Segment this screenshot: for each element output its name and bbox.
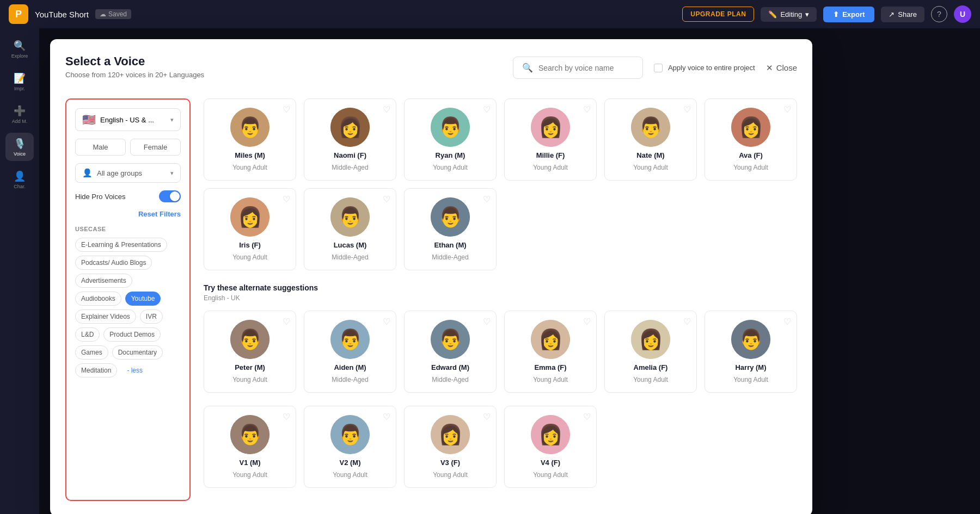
tag-product-demos[interactable]: Product Demos	[103, 327, 161, 342]
reset-filters-button[interactable]: Reset Filters	[75, 210, 181, 218]
voice-card-v2--m-[interactable]: ♡ 👨 V2 (M) Young Adult	[304, 406, 396, 488]
voice-card-v3--f-[interactable]: ♡ 👩 V3 (F) Young Adult	[404, 406, 497, 488]
tag---less[interactable]: - less	[121, 363, 149, 377]
heart-button[interactable]: ♡	[483, 317, 491, 327]
heart-button[interactable]: ♡	[383, 194, 390, 205]
flag-icon: 🇺🇸	[82, 113, 96, 126]
avatar-circle: 👨	[631, 108, 670, 147]
voice-age: Young Adult	[533, 471, 568, 479]
heart-button[interactable]: ♡	[483, 412, 491, 422]
tag-documentary[interactable]: Documentary	[112, 345, 163, 360]
voice-age: Young Adult	[433, 471, 468, 479]
sidebar-add-label: Add M.	[12, 119, 28, 124]
heart-button[interactable]: ♡	[383, 412, 390, 422]
voice-card-miles--m-[interactable]: ♡ 👨 Miles (M) Young Adult	[204, 98, 296, 181]
hide-pro-toggle[interactable]	[159, 190, 181, 202]
tags-container: E-Learning & PresentationsPodcasts/ Audi…	[75, 238, 181, 377]
age-dropdown[interactable]: 👤 All age groups ▾	[75, 163, 181, 183]
voice-card-peter--m-[interactable]: ♡ 👨 Peter (M) Young Adult	[204, 311, 296, 393]
editing-button[interactable]: ✏️ Editing ▾	[761, 7, 817, 22]
add-icon: ➕	[14, 105, 26, 117]
heart-button[interactable]: ♡	[583, 412, 591, 422]
heart-button[interactable]: ♡	[683, 104, 691, 115]
voice-search-box[interactable]: 🔍	[513, 57, 643, 79]
share-button[interactable]: ↗ Share	[881, 7, 924, 22]
sidebar-item-add[interactable]: ➕ Add M.	[5, 100, 34, 128]
sidebar-item-improve[interactable]: 📝 Impr.	[5, 67, 34, 96]
voice-age: Young Adult	[633, 376, 668, 383]
sidebar-voice-label: Voice	[14, 151, 26, 157]
heart-button[interactable]: ♡	[483, 104, 491, 115]
heart-button[interactable]: ♡	[283, 412, 290, 422]
tag-ivr[interactable]: IVR	[140, 309, 163, 324]
heart-button[interactable]: ♡	[783, 104, 791, 115]
tag-e-learning---presentations[interactable]: E-Learning & Presentations	[75, 238, 167, 252]
sidebar-item-voice[interactable]: 🎙️ Voice	[5, 133, 34, 161]
heart-button[interactable]: ♡	[683, 317, 691, 327]
voice-card-v1--m-[interactable]: ♡ 👨 V1 (M) Young Adult	[204, 406, 296, 488]
tag-youtube[interactable]: Youtube	[125, 292, 161, 306]
apply-voice-checkbox[interactable]	[654, 64, 663, 72]
voice-card-edward--m-[interactable]: ♡ 👨 Edward (M) Middle-Aged	[404, 311, 497, 393]
sidebar-item-explore[interactable]: 🔍 Explore	[5, 35, 34, 63]
voice-card-naomi--f-[interactable]: ♡ 👩 Naomi (F) Middle-Aged	[304, 98, 396, 181]
export-button[interactable]: ⬆ Export	[823, 7, 874, 22]
tag-advertisements[interactable]: Advertisements	[75, 274, 132, 288]
avatar-circle: 👩	[330, 108, 370, 147]
heart-button[interactable]: ♡	[283, 194, 290, 205]
avatar-circle: 👨	[431, 108, 470, 147]
gender-male-button[interactable]: Male	[75, 139, 126, 156]
voice-age: Young Adult	[232, 471, 267, 479]
avatar-circle: 👨	[330, 320, 370, 359]
tag-games[interactable]: Games	[75, 345, 108, 360]
gender-female-button[interactable]: Female	[130, 139, 181, 156]
tag-podcasts--audio-blogs[interactable]: Podcasts/ Audio Blogs	[75, 256, 152, 270]
heart-button[interactable]: ♡	[583, 104, 591, 115]
tag-audiobooks[interactable]: Audiobooks	[75, 292, 121, 306]
voice-age: Young Adult	[232, 164, 267, 171]
tag-explainer-videos[interactable]: Explainer Videos	[75, 309, 136, 324]
person-icon: 👤	[82, 168, 93, 178]
user-avatar[interactable]: U	[954, 5, 971, 23]
voice-age: Young Adult	[433, 164, 468, 171]
close-button[interactable]: ✕ Close	[766, 63, 797, 73]
voice-card-v4--f-[interactable]: ♡ 👩 V4 (F) Young Adult	[504, 406, 597, 488]
voice-card-ethan--m-[interactable]: ♡ 👨 Ethan (M) Middle-Aged	[404, 188, 497, 270]
avatar-circle: 👩	[230, 197, 270, 237]
voice-card-ryan--m-[interactable]: ♡ 👨 Ryan (M) Young Adult	[404, 98, 497, 181]
voice-card-nate--m-[interactable]: ♡ 👨 Nate (M) Young Adult	[604, 98, 697, 181]
heart-button[interactable]: ♡	[783, 317, 791, 327]
alternate-section-sub: English - UK	[204, 294, 797, 302]
voice-name: Harry (M)	[735, 363, 766, 371]
voice-card-aiden--m-[interactable]: ♡ 👨 Aiden (M) Middle-Aged	[304, 311, 396, 393]
tag-l-d[interactable]: L&D	[75, 327, 100, 342]
voice-card-lucas--m-[interactable]: ♡ 👨 Lucas (M) Middle-Aged	[304, 188, 396, 270]
heart-button[interactable]: ♡	[283, 317, 290, 327]
voice-card-emma--f-[interactable]: ♡ 👩 Emma (F) Young Adult	[504, 311, 597, 393]
apply-voice-label: Apply voice to entire project	[668, 64, 755, 72]
share-label: Share	[898, 10, 917, 18]
heart-button[interactable]: ♡	[483, 194, 491, 205]
tag-meditation[interactable]: Meditation	[75, 363, 117, 377]
voice-card-harry--m-[interactable]: ♡ 👨 Harry (M) Young Adult	[705, 311, 797, 393]
help-button[interactable]: ?	[931, 6, 947, 22]
heart-button[interactable]: ♡	[283, 104, 290, 115]
sidebar-item-char[interactable]: 👤 Char.	[5, 165, 34, 194]
upgrade-button[interactable]: UPGRADE PLAN	[682, 7, 754, 22]
voices-area[interactable]: ♡ 👨 Miles (M) Young Adult ♡ 👩 Naomi (F) …	[204, 98, 797, 501]
voice-name: Amelia (F)	[634, 363, 668, 371]
heart-button[interactable]: ♡	[583, 317, 591, 327]
voice-card-ava--f-[interactable]: ♡ 👩 Ava (F) Young Adult	[705, 98, 797, 181]
voice-card-iris--f-[interactable]: ♡ 👩 Iris (F) Young Adult	[204, 188, 296, 270]
voice-name: Iris (F)	[239, 241, 261, 249]
voice-age: Young Adult	[533, 376, 568, 383]
modal-overlay: Select a Voice Choose from 120+ voices i…	[39, 28, 980, 514]
heart-button[interactable]: ♡	[383, 104, 390, 115]
voice-card-millie--f-[interactable]: ♡ 👩 Millie (F) Young Adult	[504, 98, 597, 181]
heart-button[interactable]: ♡	[383, 317, 390, 327]
search-input[interactable]	[538, 64, 634, 72]
voice-card-amelia--f-[interactable]: ♡ 👩 Amelia (F) Young Adult	[604, 311, 697, 393]
voice-name: Emma (F)	[534, 363, 566, 371]
voice-name: Edward (M)	[431, 363, 469, 371]
language-dropdown[interactable]: 🇺🇸 English - US & ... ▾	[75, 108, 181, 131]
